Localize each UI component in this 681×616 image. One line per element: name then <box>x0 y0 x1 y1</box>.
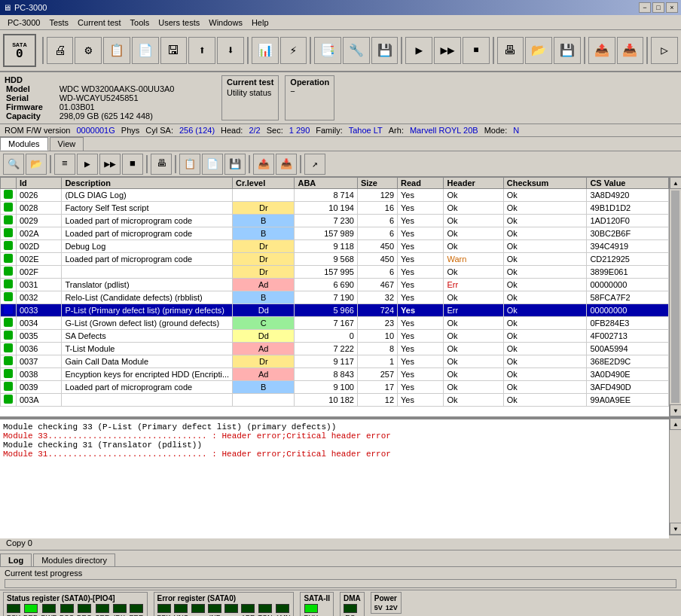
firmware-label: Firmware <box>5 102 58 111</box>
sec-btn-arrow2[interactable]: ↗ <box>304 154 325 175</box>
row-desc: Relo-List (Candidate defects) (rbblist) <box>62 291 233 304</box>
col-id: Id <box>17 178 62 189</box>
table-scrollbar[interactable]: ▲ ▼ <box>669 177 681 416</box>
log-scrollbar[interactable]: ▲ ▼ <box>669 418 681 535</box>
data-table[interactable]: Id Description Cr.level ABA Size Read He… <box>0 177 669 416</box>
row-desc: T-List Module <box>62 343 233 355</box>
menu-item-windows[interactable]: Windows <box>204 17 247 29</box>
toolbar-btn-print[interactable]: 🖶 <box>497 37 524 64</box>
toolbar-btn-stop[interactable]: ■ <box>463 37 490 64</box>
row-dot <box>1 240 17 253</box>
row-aba: 7 222 <box>295 343 357 355</box>
capacity-label: Capacity <box>5 111 58 120</box>
toolbar-btn-12[interactable]: 💾 <box>371 37 399 64</box>
toolbar-btn-arrow[interactable]: ▷ <box>651 37 678 64</box>
log-area[interactable]: Module checking 33 (P-List (Primary defe… <box>0 418 669 538</box>
toolbar-btn-11[interactable]: 🔧 <box>343 37 370 64</box>
current-test-box: Current test Utility status <box>221 75 279 120</box>
sec-btn-save3[interactable]: 💾 <box>224 154 246 175</box>
power-items: 5V12V <box>374 604 398 611</box>
row-desc: Factory Self Test script <box>62 202 233 215</box>
row-crlevel: B <box>233 381 295 394</box>
titlebar-title: PC-3000 <box>14 3 47 12</box>
close-button[interactable]: × <box>666 2 678 13</box>
menu-item-help[interactable]: Help <box>247 17 273 29</box>
hdd-info-left: HDD Model WDC WD3200AAKS-00UU3A0 Serial … <box>5 75 215 120</box>
menu-item-users-tests[interactable]: Users tests <box>154 17 204 29</box>
menu-item-current-test[interactable]: Current test <box>73 17 125 29</box>
row-csvalue: 394C4919 <box>587 240 669 253</box>
toolbar-btn-13[interactable]: ▶ <box>405 37 432 64</box>
log-scroll-down[interactable]: ▼ <box>670 523 681 535</box>
sec-btn-open[interactable]: 📂 <box>26 154 47 175</box>
sec-btn-import2[interactable]: 📥 <box>276 154 297 175</box>
col-csvalue: CS Value <box>587 178 669 189</box>
scroll-down[interactable]: ▼ <box>670 404 681 416</box>
tab-log[interactable]: Log <box>0 553 32 566</box>
sec-btn-paste[interactable]: 📄 <box>202 154 223 175</box>
reg-led <box>241 604 255 613</box>
toolbar-btn-10[interactable]: 📑 <box>314 37 341 64</box>
sec-btn-copy[interactable]: 📋 <box>179 154 200 175</box>
toolbar-btn-play2[interactable]: ▶▶ <box>434 37 461 64</box>
toolbar-btn-8[interactable]: 📊 <box>252 37 279 64</box>
row-checksum: Ok <box>503 202 587 215</box>
toolbar-btn-3[interactable]: 📋 <box>103 37 130 64</box>
toolbar-btn-save2[interactable]: 💾 <box>554 37 581 64</box>
toolbar-btn-6[interactable]: ⬆ <box>188 37 215 64</box>
sec-btn-export2[interactable]: 📤 <box>253 154 274 175</box>
sec-btn-stop[interactable]: ■ <box>122 154 143 175</box>
sec-btn-print2[interactable]: 🖶 <box>151 154 172 175</box>
row-checksum: Ok <box>503 189 587 202</box>
toolbar-btn-1[interactable]: 🖨 <box>47 37 74 64</box>
menu-item-tools[interactable]: Tools <box>126 17 154 29</box>
scroll-thumb[interactable] <box>671 191 679 403</box>
toolbar-btn-9[interactable]: ⚡ <box>280 37 307 64</box>
row-size: 16 <box>357 202 397 215</box>
tab-view[interactable]: View <box>50 137 84 151</box>
toolbar-btn-7[interactable]: ⬇ <box>217 37 244 64</box>
operation-label: Operation <box>290 78 329 87</box>
scroll-up[interactable]: ▲ <box>670 177 681 189</box>
row-read: Yes <box>398 253 444 266</box>
log-scroll-thumb[interactable] <box>670 430 681 523</box>
sec-btn-play[interactable]: ▶ <box>77 154 98 175</box>
toolbar-btn-2[interactable]: ⚙ <box>75 37 102 64</box>
reg-led <box>304 604 318 613</box>
row-aba: 9 100 <box>295 381 357 394</box>
row-checksum: Ok <box>503 368 587 381</box>
reg-led <box>130 604 143 613</box>
log-scroll-up[interactable]: ▲ <box>670 418 681 430</box>
row-header: Ok <box>444 202 503 215</box>
minimize-button[interactable]: − <box>639 2 651 13</box>
toolbar-sep-7 <box>646 37 648 64</box>
toolbar-btn-folder[interactable]: 📂 <box>525 37 552 64</box>
reg-item: ERR <box>130 604 144 616</box>
row-dot <box>1 304 17 317</box>
toolbar-btn-4[interactable]: 📄 <box>132 37 159 64</box>
row-id: 0028 <box>17 202 62 215</box>
toolbar-btn-export[interactable]: 📤 <box>588 37 615 64</box>
row-header: Ok <box>444 394 503 407</box>
toolbar-btn-5[interactable]: 🖫 <box>160 37 188 64</box>
row-size: 1 <box>357 355 397 368</box>
maximize-button[interactable]: □ <box>652 2 664 13</box>
row-read: Yes <box>398 381 444 394</box>
row-id: 0038 <box>17 368 62 381</box>
sec-btn-search[interactable]: 🔍 <box>3 154 24 175</box>
titlebar-controls: − □ × <box>639 2 678 13</box>
bottom-tabs: Log Modules directory <box>0 550 681 566</box>
serial-label: Serial <box>5 93 58 102</box>
sec-btn-play2[interactable]: ▶▶ <box>99 154 121 175</box>
toolbar-btn-import[interactable]: 📥 <box>617 37 644 64</box>
tab-modules-directory[interactable]: Modules directory <box>33 553 115 566</box>
row-checksum: Ok <box>503 304 587 317</box>
sec-btn-list[interactable]: ≡ <box>54 154 75 175</box>
row-size: 12 <box>357 394 397 407</box>
row-size: 450 <box>357 240 397 253</box>
row-checksum: Ok <box>503 253 587 266</box>
menu-item-tests[interactable]: Tests <box>44 17 73 29</box>
menu-item-pc3000[interactable]: PC-3000 <box>3 17 44 29</box>
titlebar-icon: 🖥 <box>3 3 11 12</box>
tab-modules[interactable]: Modules <box>0 137 48 151</box>
